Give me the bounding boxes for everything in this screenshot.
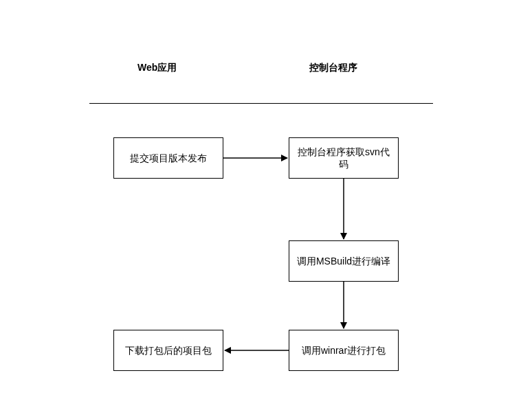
- lane-header-console: 控制台程序: [309, 62, 357, 74]
- node-svn: 控制台程序获取svn代码: [289, 137, 399, 179]
- edges-layer: [0, 0, 532, 417]
- node-msbuild: 调用MSBuild进行编译: [289, 240, 399, 282]
- node-winrar: 调用winrar进行打包: [289, 330, 399, 371]
- lane-divider: [89, 103, 433, 104]
- diagram-canvas: Web应用 控制台程序 提交项目版本发布 控制台程序获取svn代码 调用MSBu…: [0, 0, 532, 417]
- node-download: 下载打包后的项目包: [113, 330, 223, 371]
- node-submit: 提交项目版本发布: [113, 137, 223, 179]
- lane-header-web: Web应用: [137, 62, 177, 74]
